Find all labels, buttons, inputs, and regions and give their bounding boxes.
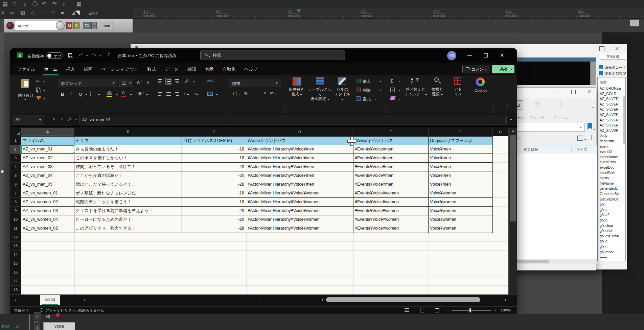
align-icon-0-0[interactable] bbox=[157, 78, 164, 85]
cell-E5[interactable]: ¥Events¥Voice¥men bbox=[353, 171, 429, 180]
row-header-6[interactable]: 6 bbox=[10, 180, 21, 189]
align-icon-1-0[interactable] bbox=[157, 91, 164, 97]
ribbon-tab-3[interactable]: 描画 bbox=[79, 66, 97, 72]
daw-tool-icon[interactable]: ♪ bbox=[62, 1, 65, 7]
scroll-up-icon[interactable] bbox=[511, 130, 515, 132]
page-break-view-icon[interactable] bbox=[435, 308, 439, 312]
cell-C7[interactable]: -18 bbox=[182, 189, 246, 198]
dock-handle[interactable] bbox=[1, 170, 4, 173]
watch-item[interactable]: AZ_SILVER bbox=[600, 123, 619, 127]
git-list-view-icon[interactable] bbox=[577, 136, 583, 141]
watch-item[interactable]: gfx bbox=[600, 202, 604, 206]
cell-B9[interactable]: クエストを受ける前に準備を整えよう！ bbox=[74, 207, 182, 215]
conditional-format-button[interactable]: 条件付き書式 bbox=[287, 77, 306, 102]
insert-function-icon[interactable]: fx bbox=[68, 116, 71, 121]
cell-B2[interactable]: さぁ冒険の始まりだ！ bbox=[74, 145, 182, 154]
avatar[interactable]: YS bbox=[447, 51, 456, 60]
watch-item[interactable]: AZ_SILVER bbox=[600, 128, 619, 133]
increase-indent-icon[interactable]: ⇥≡ bbox=[193, 92, 199, 96]
git-col-size[interactable]: サイズ bbox=[576, 147, 588, 152]
cell-B11[interactable]: このアビリティ、強力すぎる！ bbox=[74, 224, 182, 233]
header-cell-2[interactable]: 目標ラウドネス(LUFS-M) bbox=[182, 136, 246, 145]
wrap-text-icon[interactable]: ab↩ bbox=[207, 79, 214, 83]
watch-item[interactable]: GetSlackUs bbox=[600, 197, 618, 201]
ribbon-tab-2[interactable]: 挿入 bbox=[62, 66, 79, 72]
delete-cells-icon[interactable] bbox=[356, 88, 361, 92]
sheet-grid[interactable]: ファイル名セリフ目標ラウドネス(LUFS-M)WwiseサウンドパスWwiseイ… bbox=[21, 136, 508, 294]
watch-item[interactable]: gfx.ext_retin bbox=[600, 234, 619, 238]
cell-D10[interactable]: ¥Actor-Mixer Hierarchy¥Voice¥women bbox=[246, 215, 353, 224]
ribbon-tab-9[interactable]: 自動化 bbox=[218, 66, 240, 72]
cell-D8[interactable]: ¥Actor-Mixer Hierarchy¥Voice¥women bbox=[246, 198, 353, 207]
status-accessibility[interactable]: アクセシビリティ: 問題ありません bbox=[45, 308, 104, 313]
cell-A9[interactable]: AZ_vo_women_03 bbox=[21, 207, 74, 215]
mixer-record-button[interactable] bbox=[55, 312, 62, 319]
row-header-3[interactable]: 3 bbox=[10, 154, 21, 163]
bookmark-icon[interactable] bbox=[588, 123, 592, 129]
ribbon-tab-1[interactable]: ホーム bbox=[40, 66, 62, 72]
column-header-C[interactable]: C bbox=[182, 128, 246, 136]
align-icon-1-2[interactable] bbox=[174, 91, 181, 97]
redo-icon[interactable]: ↷ bbox=[92, 53, 96, 58]
cell-F2[interactable]: Voice¥men bbox=[429, 145, 493, 154]
cell-F7[interactable]: Voice¥women bbox=[429, 189, 493, 198]
cell-B6[interactable]: 敵はどこだ？待っているぞ！ bbox=[74, 180, 182, 189]
cell-F11[interactable]: Voice¥women bbox=[429, 224, 493, 233]
phonetic-icon[interactable]: 亜ア bbox=[138, 91, 144, 97]
cell-E9[interactable]: ¥Events¥Voice¥women bbox=[353, 207, 429, 215]
bold-button[interactable]: B bbox=[61, 92, 64, 97]
cell-B5[interactable]: ここからが真の試練だ！ bbox=[74, 171, 182, 180]
solo-button[interactable]: S bbox=[73, 22, 79, 29]
sheet-prev-icon[interactable]: ‹ bbox=[15, 298, 16, 303]
cell-B8[interactable]: 戦闘のテクニックを磨こう！ bbox=[74, 198, 182, 207]
watch-item[interactable]: gfx.b bbox=[600, 218, 607, 222]
hscroll-thumb[interactable] bbox=[326, 297, 480, 302]
fx-bypass-button[interactable]: ⊘ bbox=[91, 22, 97, 29]
addins-button[interactable]: アドイン bbox=[450, 77, 466, 102]
row-header-14[interactable]: 14 bbox=[10, 251, 21, 259]
ide-watch-list[interactable]: 名前AZ_BRONZEAZ_GOLDAZ_SILVERAZ_SILVERAZ_S… bbox=[597, 77, 626, 261]
meter-mode-label[interactable]: RMS bbox=[2, 325, 9, 329]
horizontal-scrollbar[interactable] bbox=[326, 296, 502, 304]
cell-E6[interactable]: ¥Events¥Voice¥men bbox=[353, 180, 429, 189]
daw-tool-icon[interactable]: ↷ bbox=[52, 1, 56, 7]
git-toolbar-overflow[interactable]: » bbox=[592, 105, 594, 109]
cell-E11[interactable]: ¥Events¥Voice¥women bbox=[353, 224, 429, 233]
daw-tool-icon[interactable]: ⓘ bbox=[32, 1, 38, 7]
watch-item[interactable]: event bbox=[600, 144, 608, 148]
cell-E2[interactable]: ¥Events¥Voice¥men bbox=[353, 145, 429, 154]
quick-access-chevron-icon[interactable]: ⌄̅ bbox=[107, 53, 110, 57]
comma-icon[interactable]: , bbox=[253, 90, 254, 96]
cell-D9[interactable]: ¥Actor-Mixer Hierarchy¥Voice¥women bbox=[246, 207, 353, 215]
name-box[interactable]: A2 bbox=[12, 115, 44, 124]
row-header-12[interactable]: 12 bbox=[10, 233, 21, 242]
watch-item[interactable]: exists bbox=[600, 176, 609, 180]
daw-tool-icon[interactable]: ⇑ bbox=[12, 1, 17, 7]
cell-C11[interactable]: -28 bbox=[182, 224, 246, 233]
ide-maximize-button[interactable] bbox=[599, 46, 604, 51]
cell-A11[interactable]: AZ_vo_women_05 bbox=[21, 224, 74, 233]
comment-button[interactable]: コメント bbox=[462, 65, 489, 73]
cell-A2[interactable]: AZ_vo_men_01 bbox=[21, 145, 74, 154]
daw-mini-scrollbar[interactable] bbox=[630, 20, 639, 26]
cell-F10[interactable]: Voice¥women bbox=[429, 215, 493, 224]
italic-button[interactable]: I bbox=[70, 92, 71, 96]
autosum-icon[interactable]: Σ bbox=[390, 78, 393, 84]
cell-A4[interactable]: AZ_vo_men_03 bbox=[21, 163, 74, 171]
font-color-icon[interactable]: A bbox=[122, 90, 125, 95]
cell-F5[interactable]: Voice¥men bbox=[429, 171, 493, 180]
cell-F6[interactable]: Voice¥men bbox=[429, 180, 493, 189]
number-format-combobox[interactable]: 標準 bbox=[229, 79, 280, 87]
cell-D11[interactable]: ¥Actor-Mixer Hierarchy¥Voice¥women bbox=[246, 224, 353, 233]
cell-C5[interactable]: -20 bbox=[182, 171, 246, 180]
borders-icon[interactable] bbox=[90, 92, 95, 96]
increase-font-icon[interactable]: A＾ bbox=[137, 79, 142, 85]
sheet-next-icon[interactable]: › bbox=[25, 298, 26, 303]
record-arm-button[interactable] bbox=[6, 22, 14, 29]
column-header-B[interactable]: B bbox=[74, 128, 182, 136]
ide-start-button[interactable]: 開始(S) bbox=[600, 53, 626, 60]
format-as-table-button[interactable]: テーブルとして書式設定 bbox=[307, 77, 333, 102]
ribbon-tab-10[interactable]: ヘルプ bbox=[240, 66, 262, 72]
cell-A8[interactable]: AZ_vo_women_02 bbox=[21, 198, 74, 207]
column-header-E[interactable]: E bbox=[353, 128, 429, 136]
